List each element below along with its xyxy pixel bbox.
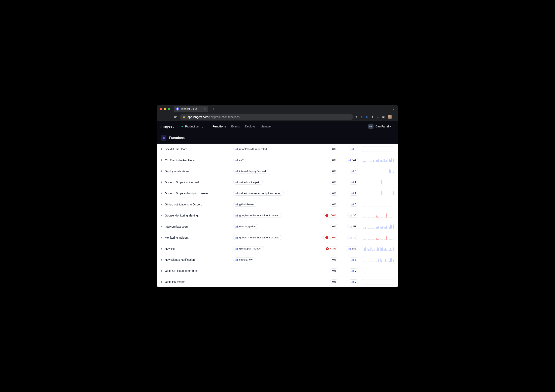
invocation-count-pill[interactable]: 2 xyxy=(349,191,358,196)
event-name: google-monitoring/incident.created xyxy=(239,214,279,217)
nav-item-functions[interactable]: Functions xyxy=(212,121,226,132)
failure-rate-pill[interactable]: !4.3% xyxy=(324,246,338,251)
downloads-icon[interactable]: ⤓ xyxy=(377,115,379,119)
failure-rate-value: 0% xyxy=(332,181,336,184)
event-icon xyxy=(235,248,238,250)
event-name: user.logged.in xyxy=(239,225,256,228)
event-trigger-pill[interactable]: google-monitoring/incident.created xyxy=(233,235,282,240)
share-icon[interactable]: ⇪ xyxy=(355,115,358,119)
event-trigger-pill[interactable]: cli/* xyxy=(233,158,246,163)
invocation-count-pill[interactable]: 0 xyxy=(349,202,358,207)
function-row[interactable]: Monitoring incidentgoogle-monitoring/inc… xyxy=(157,232,398,243)
bars-icon xyxy=(351,270,354,272)
function-row[interactable]: Discord: Stripe invoice paidstripe/invoi… xyxy=(157,177,398,188)
event-trigger-pill[interactable]: user.logged.in xyxy=(233,224,258,229)
event-name: retool/backfill.requested xyxy=(239,148,267,150)
window-minimize-button[interactable] xyxy=(164,108,166,110)
failure-rate-pill[interactable]: 0% xyxy=(330,279,338,284)
tab-close-button[interactable]: ✕ xyxy=(204,107,206,111)
event-name: stripe/invoice.paid xyxy=(239,181,260,184)
page-header: ▦ Functions xyxy=(157,132,398,144)
invocation-count-pill[interactable]: 35 xyxy=(347,213,358,218)
traffic-lights xyxy=(160,108,170,110)
event-trigger-pill[interactable]: retool/backfill.requested xyxy=(233,147,270,151)
invocation-count-pill[interactable]: 0 xyxy=(349,268,358,273)
extensions-icon[interactable]: ✦ xyxy=(371,115,374,119)
function-row[interactable]: New PRgithub/pull_request!4.3%186 xyxy=(157,243,398,254)
event-trigger-pill[interactable]: github/pull_request xyxy=(233,246,264,251)
address-path: /env/production/functions xyxy=(208,115,240,119)
invocation-count-pill[interactable]: 186 xyxy=(346,246,358,251)
address-bar[interactable]: 🔒 app.inngest.com/env/production/functio… xyxy=(180,114,353,120)
sparkline-chart xyxy=(362,224,394,229)
function-row[interactable]: New Signup Notificationsignup.new0%8 xyxy=(157,254,398,265)
failure-rate-pill[interactable]: !100% xyxy=(323,213,338,218)
sparkline-chart xyxy=(362,202,394,207)
tabs-overflow-button[interactable]: ⌄ xyxy=(391,107,395,110)
event-trigger-pill[interactable]: stripe/invoice.paid xyxy=(233,180,263,185)
invocation-count-pill[interactable]: 8 xyxy=(349,257,358,262)
nav-item-events[interactable]: Events xyxy=(231,121,240,132)
event-trigger-pill[interactable]: stripe/customer.subscription.created xyxy=(233,191,284,196)
event-icon xyxy=(235,192,238,194)
event-trigger-pill[interactable]: signup.new xyxy=(233,257,255,262)
invocation-count-pill[interactable]: 6 xyxy=(349,169,358,173)
window-zoom-button[interactable] xyxy=(168,108,170,110)
nav-item-deploys[interactable]: Deploys xyxy=(245,121,255,132)
event-name: stripe/customer.subscription.created xyxy=(239,192,281,195)
invocation-count-pill[interactable]: 644 xyxy=(346,158,358,163)
failure-rate-value: 0% xyxy=(332,225,336,228)
function-row[interactable]: CLI Events to Amplitudecli/*0%644 xyxy=(157,155,398,166)
failure-rate-pill[interactable]: 0% xyxy=(330,202,338,207)
failure-rate-pill[interactable]: 0% xyxy=(330,180,338,185)
function-row[interactable]: intercom last seenuser.logged.in0%51 xyxy=(157,221,398,232)
function-name: Google Monitoring alerting xyxy=(165,214,198,217)
function-row[interactable]: Backfill User Dataretool/backfill.reques… xyxy=(157,144,398,155)
profile-avatar[interactable] xyxy=(388,115,392,119)
user-menu[interactable]: DF Dan Farrelly ⌄ xyxy=(368,124,395,129)
failure-rate-pill[interactable]: 0% xyxy=(330,268,338,273)
invocation-count-pill[interactable]: 35 xyxy=(347,235,358,240)
invocation-count-pill[interactable]: 1 xyxy=(349,180,358,185)
invocation-count-value: 1 xyxy=(355,181,356,184)
tab-title: Inngest Cloud xyxy=(181,107,197,110)
bars-icon xyxy=(351,259,354,261)
bookmark-icon[interactable]: ☆ xyxy=(360,115,363,119)
event-trigger-pill[interactable]: github/issues xyxy=(233,202,257,207)
logo[interactable]: inngest xyxy=(160,124,178,129)
status-dot-icon xyxy=(161,248,162,249)
invocation-count-pill[interactable]: 0 xyxy=(349,147,358,151)
browser-menu-button[interactable]: ⋮ xyxy=(395,116,396,118)
failure-rate-pill[interactable]: 0% xyxy=(330,158,338,163)
function-row[interactable]: Deploy notificationsinternal.deploy.fini… xyxy=(157,166,398,177)
function-row[interactable]: Olotl: GH issue comments0%0 xyxy=(157,265,398,276)
event-trigger-pill[interactable]: internal.deploy.finished xyxy=(233,169,269,173)
browser-tab[interactable]: ⬮ Inngest Cloud ✕ xyxy=(174,106,208,112)
function-row[interactable]: Google Monitoring alertinggoogle-monitor… xyxy=(157,210,398,221)
event-trigger-pill[interactable]: google-monitoring/incident.created xyxy=(233,213,282,218)
event-icon xyxy=(235,148,238,150)
bars-icon xyxy=(350,226,352,228)
window-close-button[interactable] xyxy=(160,108,162,110)
function-row[interactable]: Olotl: PR events0%0 xyxy=(157,276,398,287)
nav-forward-button[interactable]: → xyxy=(166,114,171,119)
nav-back-button[interactable]: ← xyxy=(159,114,164,119)
failure-rate-pill[interactable]: 0% xyxy=(330,224,338,229)
environment-selector[interactable]: Production ⌃⌄ xyxy=(178,121,207,132)
failure-rate-pill[interactable]: 0% xyxy=(330,257,338,262)
function-row[interactable]: Github notifications to Discordgithub/is… xyxy=(157,199,398,210)
failure-rate-pill[interactable]: 0% xyxy=(330,147,338,151)
function-row[interactable]: Discord: Stripe subscription createdstri… xyxy=(157,188,398,199)
new-tab-button[interactable]: ＋ xyxy=(210,107,218,111)
panel-icon[interactable]: ▣ xyxy=(382,115,385,119)
nav-reload-button[interactable]: ⟳ xyxy=(173,114,178,119)
failure-rate-pill[interactable]: 0% xyxy=(330,169,338,173)
failure-rate-pill[interactable]: 0% xyxy=(330,191,338,196)
onepassword-icon[interactable]: ◍ xyxy=(366,115,368,119)
status-dot-icon xyxy=(161,226,162,227)
failure-rate-pill[interactable]: !100% xyxy=(323,235,338,240)
invocation-count-pill[interactable]: 0 xyxy=(349,279,358,284)
invocation-count-pill[interactable]: 51 xyxy=(347,224,358,229)
nav-item-manage[interactable]: Manage xyxy=(260,121,271,132)
sparkline-chart xyxy=(362,158,394,163)
